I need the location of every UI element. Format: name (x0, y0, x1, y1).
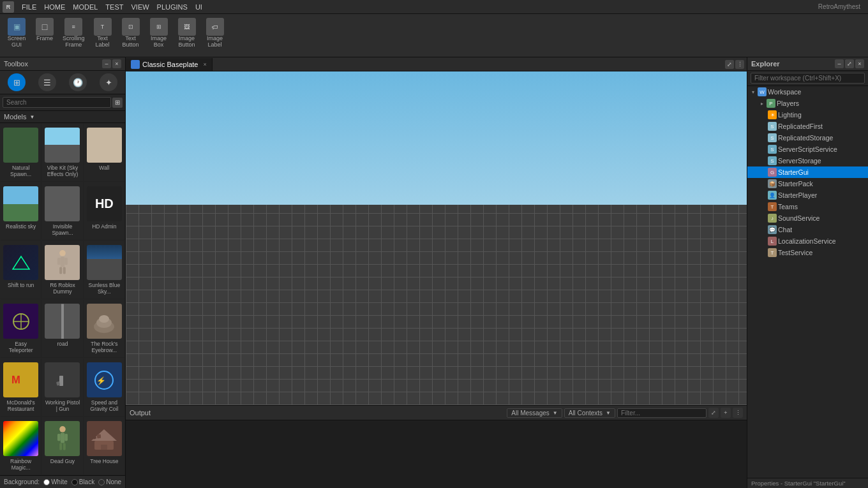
model-item[interactable]: road (41, 299, 83, 358)
viewport-menu-button[interactable]: ⋮ (735, 60, 744, 69)
screen-gui-button[interactable]: ▣ ScreenGUI (4, 17, 29, 50)
menu-plugins[interactable]: PLUGINS (153, 2, 191, 12)
tree-arrow-icon[interactable]: ▾ (750, 89, 756, 95)
all-messages-button[interactable]: All Messages ▼ (507, 408, 562, 418)
model-thumbnail (87, 128, 122, 163)
tree-item[interactable]: ▾WWorkspace (747, 86, 868, 98)
model-label: Vibe Kit (Sky Effects Only) (44, 165, 81, 177)
menu-test[interactable]: TEST (101, 2, 127, 12)
image-label-button[interactable]: 🏷 ImageLabel (202, 17, 228, 50)
model-item[interactable]: Vibe Kit (Sky Effects Only) (41, 123, 83, 182)
tree-item[interactable]: ▸PPlayers (747, 98, 868, 109)
toolbox-sort-button[interactable]: ⊞ (112, 98, 123, 108)
text-label-button[interactable]: T TextLabel (90, 17, 116, 50)
image-box-button[interactable]: ⊞ ImageBox (146, 17, 172, 50)
model-item[interactable]: The Rock's Eyebrow... (84, 299, 125, 358)
output-expand-button[interactable]: ⤢ (708, 408, 719, 418)
model-item[interactable]: ⚡ Speed and Gravity Coil (84, 358, 125, 417)
tree-item[interactable]: SReplicatedStorage (747, 132, 868, 144)
models-dropdown[interactable]: Models (0, 111, 125, 123)
scrolling-frame-button[interactable]: ≡ ScrollingFrame (60, 17, 87, 50)
tree-item[interactable]: 👤StarterPlayer (747, 189, 868, 201)
menu-ui[interactable]: UI (191, 2, 206, 12)
frame-button[interactable]: □ Frame (32, 17, 57, 43)
menu-file[interactable]: FILE (18, 2, 40, 12)
toolbox-search-input[interactable] (3, 97, 111, 108)
output-menu-button[interactable]: ⋮ (733, 408, 743, 418)
tree-item[interactable]: 📦StarterPack (747, 178, 868, 189)
bg-black-label: Black (79, 478, 94, 485)
tree-item[interactable]: TTestService (747, 247, 868, 258)
properties-bar: Properties - StarterGui "StarterGui" (747, 478, 868, 488)
text-button-button[interactable]: ⊡ TextButton (118, 17, 144, 50)
model-item[interactable]: Tree House (84, 417, 125, 475)
toolbox-header-btns: – × (102, 59, 121, 68)
viewport[interactable] (126, 71, 747, 405)
menu-view[interactable]: VIEW (127, 2, 153, 12)
tree-item[interactable]: LLocalizationService (747, 235, 868, 247)
model-thumbnail (45, 304, 80, 339)
menu-home[interactable]: HOME (40, 2, 69, 12)
model-item[interactable]: Invisible Spawn... (41, 182, 83, 240)
tree-item[interactable]: 💬Chat (747, 224, 868, 235)
tree-item[interactable]: SServerStorage (747, 155, 868, 166)
explorer-expand-button[interactable]: ⤢ (845, 59, 854, 68)
output-filter-input[interactable] (617, 408, 707, 418)
tree-arrow-icon[interactable]: ▸ (759, 100, 765, 107)
bg-none-option[interactable]: None (98, 478, 121, 485)
image-button-button[interactable]: 🖼 ImageButton (174, 17, 200, 50)
model-label: Speed and Gravity Coil (86, 399, 123, 412)
model-item[interactable]: Wall (84, 123, 125, 182)
all-contexts-button[interactable]: All Contexts ▼ (564, 408, 615, 418)
toolbox-close-button[interactable]: × (112, 59, 121, 68)
tree-item[interactable]: ♪SoundService (747, 212, 868, 224)
tree-item[interactable]: SServerScriptService (747, 144, 868, 155)
models-dropdown-label: Models (4, 113, 26, 121)
toolbox-minimize-button[interactable]: – (102, 59, 111, 68)
explorer-search-input[interactable] (751, 73, 865, 84)
tree-item[interactable]: ☀Lighting (747, 109, 868, 121)
image-box-label: ImageBox (151, 36, 167, 48)
model-label: Realistic sky (6, 223, 36, 230)
tree-item-icon: 👤 (768, 191, 777, 200)
explorer-minimize-button[interactable]: – (835, 59, 844, 68)
model-item[interactable]: Rainbow Magic... (0, 417, 41, 475)
toolbox-nav-models[interactable]: ⊞ (8, 73, 26, 91)
tree-item-label: Workspace (768, 88, 801, 96)
tab-close-button[interactable]: × (203, 61, 206, 68)
svg-rect-19 (61, 433, 64, 443)
model-item[interactable]: Dead Guy (41, 417, 83, 475)
tree-item[interactable]: TTeams (747, 201, 868, 212)
tree-item[interactable]: GStarterGui (747, 166, 868, 178)
model-item[interactable]: Easy Teleporter (0, 299, 41, 358)
model-item[interactable]: Working Pistol | Gun (41, 358, 83, 417)
model-label: Wall (99, 165, 109, 171)
svg-point-12 (99, 315, 109, 323)
model-item[interactable]: R6 Roblox Dummy (41, 240, 83, 299)
viewport-tab-baseplate[interactable]: Classic Baseplate × (126, 58, 213, 71)
bg-black-option[interactable]: Black (71, 478, 94, 485)
model-item[interactable]: HD HD Admin (84, 182, 125, 240)
model-item[interactable]: Shift to run (0, 240, 41, 299)
toolbox-nav-inventory[interactable]: ☰ (38, 73, 56, 91)
explorer-close-button[interactable]: × (855, 59, 864, 68)
model-item[interactable]: Realistic sky (0, 182, 41, 240)
tree-item-icon: T (768, 202, 777, 211)
model-thumbnail: M (3, 362, 38, 397)
model-item[interactable]: Natural Spawn... (0, 123, 41, 182)
model-item[interactable]: Sunless Blue Sky... (84, 240, 125, 299)
model-thumbnail (3, 304, 38, 339)
model-item[interactable]: M McDonald's Restaurant (0, 358, 41, 417)
toolbox-nav-ai[interactable]: ✦ (100, 73, 117, 91)
output-title: Output (130, 409, 504, 417)
viewport-expand-button[interactable]: ⤢ (725, 60, 734, 69)
tree-item-label: LocalizationService (778, 237, 835, 245)
bg-white-option[interactable]: White (43, 478, 68, 485)
model-thumbnail: HD (87, 186, 122, 221)
svg-rect-3 (57, 258, 61, 265)
menu-model[interactable]: MODEL (69, 2, 101, 12)
tree-item[interactable]: SReplicatedFirst (747, 121, 868, 132)
svg-rect-27 (97, 434, 101, 438)
output-add-button[interactable]: + (721, 408, 731, 418)
toolbox-nav-recent[interactable]: 🕐 (69, 73, 87, 91)
